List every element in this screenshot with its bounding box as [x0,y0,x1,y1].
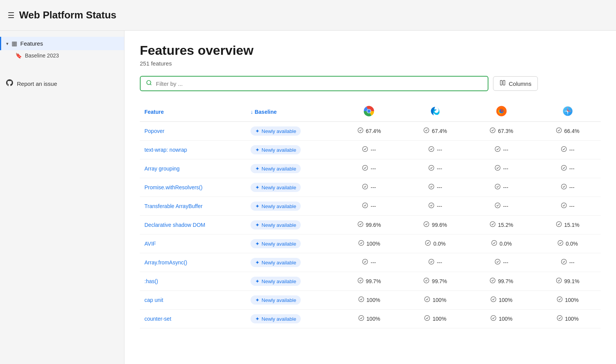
browser-cell: --- [341,184,398,191]
newly-available-badge: ✦ Newly available [251,183,301,192]
browser-value: --- [503,259,508,266]
sparkle-icon: ✦ [255,259,260,266]
table-row: :has() ✦ Newly available 99.7% 99.7% 99.… [140,272,601,291]
browser-cell: --- [473,184,530,191]
browser-cell: 100% [341,315,398,323]
check-icon [490,296,496,304]
browser-value: 100% [565,316,579,322]
browser-value: 99.7% [498,278,513,284]
browser-cell: --- [539,202,596,210]
badge-label: Newly available [262,185,296,190]
feature-link[interactable]: Array grouping [144,166,180,172]
feature-link[interactable]: Popover [144,128,164,134]
browser-cell: 99.7% [341,277,398,285]
newly-available-badge: ✦ Newly available [251,220,301,230]
svg-point-24 [363,165,368,170]
sidebar-item-features[interactable]: ▾ ▦ Features [0,37,124,50]
sparkle-icon: ✦ [255,297,260,303]
check-icon [425,240,431,248]
svg-point-40 [359,240,364,245]
feature-link[interactable]: counter-set [144,316,171,322]
badge-label: Newly available [262,241,296,247]
newly-available-badge: ✦ Newly available [251,239,301,248]
col-feature[interactable]: Feature [140,102,246,122]
browser-cell: --- [407,202,464,210]
columns-label: Columns [509,80,531,87]
hamburger-icon[interactable]: ☰ [8,11,15,20]
check-icon [423,221,429,229]
filter-input[interactable] [156,80,482,87]
check-icon [556,221,562,229]
svg-point-50 [490,278,495,283]
sparkle-icon: ✦ [255,222,260,228]
check-icon [358,296,364,304]
browser-cell: 67.3% [473,127,530,135]
report-issue-item[interactable]: Report an issue [0,76,124,91]
browser-cell: 100% [539,296,596,304]
check-icon [358,240,364,248]
feature-link[interactable]: Array.fromAsync() [144,259,187,266]
browser-cell: 99.1% [539,277,596,285]
browser-value: --- [569,147,575,153]
badge-label: Newly available [262,166,296,172]
browser-cell: 100% [341,296,398,304]
browser-cell: --- [539,184,596,191]
browser-value: 100% [433,297,446,303]
table-row: Popover ✦ Newly available 67.4% 67.4% 67… [140,122,601,141]
col-baseline[interactable]: ↓ Baseline [246,102,336,122]
page-title: Features overview [140,43,601,58]
feature-link[interactable]: AVIF [144,241,156,247]
browser-value: 100% [367,297,380,303]
table-row: text-wrap: nowrap ✦ Newly available --- … [140,141,601,159]
main-content: Features overview 251 features Columns [125,31,616,364]
browser-value: 99.7% [432,278,447,284]
browser-value: --- [437,259,442,266]
feature-link[interactable]: Transferable ArrayBuffer [144,203,203,209]
badge-label: Newly available [262,297,296,303]
browser-cell: --- [341,202,398,210]
feature-link[interactable]: :has() [144,278,158,284]
browser-value: --- [503,184,508,190]
browser-cell: 99.6% [341,221,398,229]
browser-cell: --- [473,165,530,172]
table-row: Array grouping ✦ Newly available --- ---… [140,159,601,178]
browser-value: 15.1% [564,222,580,228]
feature-link[interactable]: Promise.withResolvers() [144,184,203,190]
browser-cell: --- [473,202,530,210]
browser-value: --- [569,184,575,190]
svg-point-33 [429,203,434,208]
feature-link[interactable]: cap unit [144,297,163,303]
check-icon [556,277,562,285]
filter-input-wrap[interactable] [140,76,488,91]
newly-available-badge: ✦ Newly available [251,277,301,286]
browser-cell: --- [407,184,464,191]
svg-point-34 [495,203,500,208]
check-icon [561,146,567,154]
browser-value: --- [569,259,575,266]
svg-point-20 [363,146,368,151]
browser-cell: 67.4% [341,127,398,135]
col-edge [402,102,469,122]
browser-value: --- [569,203,575,209]
browser-value: --- [370,203,376,209]
check-icon [423,277,429,285]
sidebar-subitem-baseline[interactable]: 🔖 Baseline 2023 [0,50,124,61]
svg-point-29 [429,184,434,189]
svg-point-21 [429,146,434,151]
browser-cell: 0.0% [539,240,596,248]
sparkle-icon: ✦ [255,203,260,209]
feature-link[interactable]: text-wrap: nowrap [144,147,187,153]
columns-button[interactable]: Columns [493,76,538,91]
check-icon [362,259,368,266]
svg-point-52 [359,297,364,302]
check-icon [424,296,430,304]
feature-link[interactable]: Declarative shadow DOM [144,222,205,228]
newly-available-badge: ✦ Newly available [251,145,301,154]
sparkle-icon: ✦ [255,316,260,322]
browser-cell: 0.0% [407,240,464,248]
features-label: Features [20,40,43,47]
col-firefox [469,102,535,122]
sparkle-icon: ✦ [255,278,260,284]
browser-cell: 15.1% [539,221,596,229]
browser-value: 0.0% [566,241,578,247]
